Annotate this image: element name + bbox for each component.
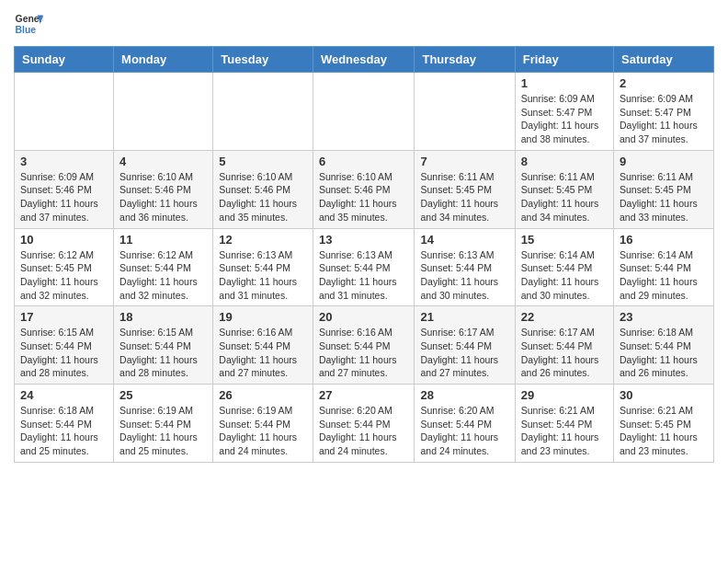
calendar-cell	[114, 73, 213, 151]
calendar-cell: 12Sunrise: 6:13 AMSunset: 5:44 PMDayligh…	[213, 228, 313, 306]
day-info: Sunrise: 6:13 AMSunset: 5:44 PMDaylight:…	[319, 248, 409, 303]
day-info: Sunrise: 6:09 AMSunset: 5:46 PMDaylight:…	[20, 170, 108, 224]
calendar-cell: 3Sunrise: 6:09 AMSunset: 5:46 PMDaylight…	[15, 150, 114, 228]
day-info: Sunrise: 6:17 AMSunset: 5:44 PMDaylight:…	[420, 326, 508, 380]
calendar-cell: 21Sunrise: 6:17 AMSunset: 5:44 PMDayligh…	[415, 306, 515, 385]
logo-icon: General Blue	[14, 9, 43, 39]
calendar-cell: 5Sunrise: 6:10 AMSunset: 5:46 PMDaylight…	[213, 150, 313, 228]
day-number: 20	[319, 310, 409, 324]
calendar-cell: 17Sunrise: 6:15 AMSunset: 5:44 PMDayligh…	[15, 306, 114, 385]
calendar-week-2: 3Sunrise: 6:09 AMSunset: 5:46 PMDaylight…	[15, 150, 714, 228]
day-number: 19	[219, 310, 307, 324]
day-info: Sunrise: 6:16 AMSunset: 5:44 PMDaylight:…	[319, 326, 409, 380]
calendar-cell: 10Sunrise: 6:12 AMSunset: 5:45 PMDayligh…	[15, 228, 114, 306]
calendar-cell: 4Sunrise: 6:10 AMSunset: 5:46 PMDaylight…	[114, 150, 213, 228]
day-info: Sunrise: 6:17 AMSunset: 5:44 PMDaylight:…	[521, 326, 608, 380]
calendar-cell: 6Sunrise: 6:10 AMSunset: 5:46 PMDaylight…	[313, 150, 415, 228]
day-info: Sunrise: 6:19 AMSunset: 5:44 PMDaylight:…	[119, 404, 207, 458]
calendar-cell: 1Sunrise: 6:09 AMSunset: 5:47 PMDaylight…	[515, 73, 613, 151]
calendar-cell: 19Sunrise: 6:16 AMSunset: 5:44 PMDayligh…	[213, 306, 313, 385]
day-info: Sunrise: 6:09 AMSunset: 5:47 PMDaylight:…	[521, 92, 608, 146]
day-number: 5	[219, 155, 307, 168]
calendar-cell: 7Sunrise: 6:11 AMSunset: 5:45 PMDaylight…	[415, 150, 515, 228]
day-number: 1	[521, 76, 608, 90]
calendar-cell: 15Sunrise: 6:14 AMSunset: 5:44 PMDayligh…	[515, 228, 613, 306]
calendar-cell: 28Sunrise: 6:20 AMSunset: 5:44 PMDayligh…	[415, 385, 515, 463]
day-info: Sunrise: 6:15 AMSunset: 5:44 PMDaylight:…	[20, 326, 108, 380]
day-number: 12	[219, 233, 307, 247]
calendar-header-row: SundayMondayTuesdayWednesdayThursdayFrid…	[15, 47, 714, 73]
day-number: 4	[119, 155, 207, 168]
day-info: Sunrise: 6:11 AMSunset: 5:45 PMDaylight:…	[620, 170, 708, 224]
day-number: 28	[420, 388, 508, 402]
day-info: Sunrise: 6:14 AMSunset: 5:44 PMDaylight:…	[620, 248, 708, 303]
calendar-cell: 2Sunrise: 6:09 AMSunset: 5:47 PMDaylight…	[614, 73, 714, 151]
calendar-cell: 29Sunrise: 6:21 AMSunset: 5:44 PMDayligh…	[515, 385, 613, 463]
day-info: Sunrise: 6:16 AMSunset: 5:44 PMDaylight:…	[219, 326, 307, 380]
day-number: 11	[119, 233, 207, 247]
weekday-header-monday: Monday	[114, 47, 213, 73]
day-info: Sunrise: 6:10 AMSunset: 5:46 PMDaylight:…	[219, 170, 307, 224]
day-number: 18	[119, 310, 207, 324]
weekday-header-saturday: Saturday	[614, 47, 714, 73]
day-info: Sunrise: 6:09 AMSunset: 5:47 PMDaylight:…	[620, 92, 708, 146]
day-number: 27	[319, 388, 409, 402]
day-info: Sunrise: 6:10 AMSunset: 5:46 PMDaylight:…	[119, 170, 207, 224]
day-number: 24	[20, 388, 108, 402]
calendar-cell: 26Sunrise: 6:19 AMSunset: 5:44 PMDayligh…	[213, 385, 313, 463]
day-number: 22	[521, 310, 608, 324]
weekday-header-friday: Friday	[515, 47, 613, 73]
day-number: 29	[521, 388, 608, 402]
day-number: 26	[219, 388, 307, 402]
calendar-cell: 24Sunrise: 6:18 AMSunset: 5:44 PMDayligh…	[15, 385, 114, 463]
day-info: Sunrise: 6:12 AMSunset: 5:44 PMDaylight:…	[119, 248, 207, 303]
calendar-cell: 14Sunrise: 6:13 AMSunset: 5:44 PMDayligh…	[415, 228, 515, 306]
calendar-cell: 23Sunrise: 6:18 AMSunset: 5:44 PMDayligh…	[614, 306, 714, 385]
weekday-header-thursday: Thursday	[415, 47, 515, 73]
day-number: 17	[20, 310, 108, 324]
calendar-cell	[15, 73, 114, 151]
weekday-header-sunday: Sunday	[15, 47, 114, 73]
weekday-header-tuesday: Tuesday	[213, 47, 313, 73]
calendar-week-3: 10Sunrise: 6:12 AMSunset: 5:45 PMDayligh…	[15, 228, 714, 306]
day-number: 3	[20, 155, 108, 168]
day-number: 25	[119, 388, 207, 402]
day-info: Sunrise: 6:18 AMSunset: 5:44 PMDaylight:…	[20, 404, 108, 458]
calendar-week-1: 1Sunrise: 6:09 AMSunset: 5:47 PMDaylight…	[15, 73, 714, 151]
page-header: General Blue	[14, 9, 714, 39]
day-info: Sunrise: 6:21 AMSunset: 5:44 PMDaylight:…	[521, 404, 608, 458]
calendar-cell: 22Sunrise: 6:17 AMSunset: 5:44 PMDayligh…	[515, 306, 613, 385]
day-info: Sunrise: 6:21 AMSunset: 5:45 PMDaylight:…	[620, 404, 708, 458]
day-info: Sunrise: 6:13 AMSunset: 5:44 PMDaylight:…	[219, 248, 307, 303]
day-info: Sunrise: 6:20 AMSunset: 5:44 PMDaylight:…	[319, 404, 409, 458]
calendar-cell: 30Sunrise: 6:21 AMSunset: 5:45 PMDayligh…	[614, 385, 714, 463]
calendar-cell: 20Sunrise: 6:16 AMSunset: 5:44 PMDayligh…	[313, 306, 415, 385]
day-number: 9	[620, 155, 708, 168]
calendar-cell: 25Sunrise: 6:19 AMSunset: 5:44 PMDayligh…	[114, 385, 213, 463]
calendar-cell: 16Sunrise: 6:14 AMSunset: 5:44 PMDayligh…	[614, 228, 714, 306]
svg-text:Blue: Blue	[16, 25, 37, 35]
day-number: 10	[20, 233, 108, 247]
day-number: 23	[620, 310, 708, 324]
calendar-cell	[415, 73, 515, 151]
day-info: Sunrise: 6:14 AMSunset: 5:44 PMDaylight:…	[521, 248, 608, 303]
logo: General Blue	[14, 9, 47, 39]
day-number: 8	[521, 155, 608, 168]
day-number: 6	[319, 155, 409, 168]
day-number: 2	[620, 76, 708, 90]
day-info: Sunrise: 6:18 AMSunset: 5:44 PMDaylight:…	[620, 326, 708, 380]
day-number: 16	[620, 233, 708, 247]
day-info: Sunrise: 6:10 AMSunset: 5:46 PMDaylight:…	[319, 170, 409, 224]
day-number: 30	[620, 388, 708, 402]
calendar-cell: 9Sunrise: 6:11 AMSunset: 5:45 PMDaylight…	[614, 150, 714, 228]
day-info: Sunrise: 6:20 AMSunset: 5:44 PMDaylight:…	[420, 404, 508, 458]
day-info: Sunrise: 6:15 AMSunset: 5:44 PMDaylight:…	[119, 326, 207, 380]
calendar-cell: 13Sunrise: 6:13 AMSunset: 5:44 PMDayligh…	[313, 228, 415, 306]
day-number: 15	[521, 233, 608, 247]
day-number: 13	[319, 233, 409, 247]
day-info: Sunrise: 6:12 AMSunset: 5:45 PMDaylight:…	[20, 248, 108, 303]
calendar-cell	[313, 73, 415, 151]
weekday-header-wednesday: Wednesday	[313, 47, 415, 73]
calendar-cell: 18Sunrise: 6:15 AMSunset: 5:44 PMDayligh…	[114, 306, 213, 385]
day-info: Sunrise: 6:11 AMSunset: 5:45 PMDaylight:…	[420, 170, 508, 224]
